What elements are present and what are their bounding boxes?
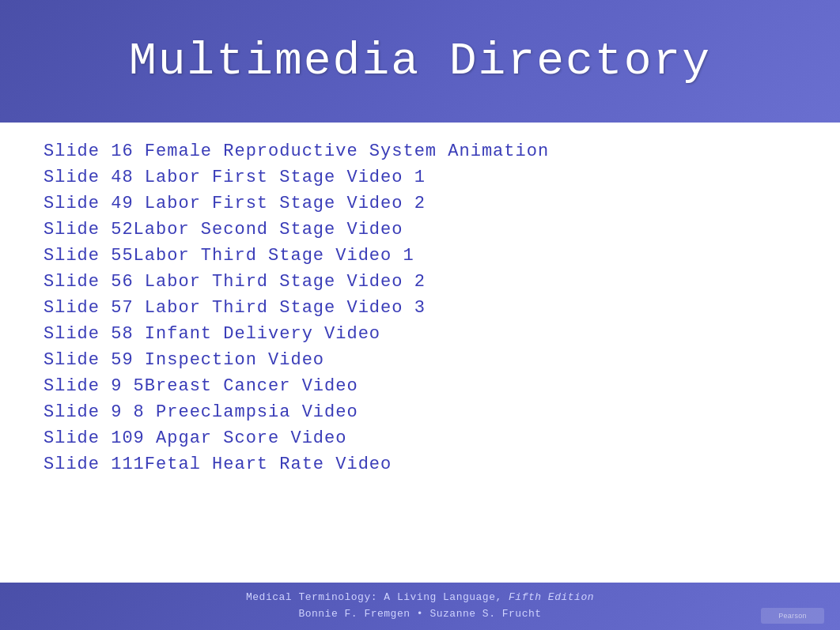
main-content: Slide 16 Female Reproductive System Anim… xyxy=(0,123,840,583)
slide-link-slide-111[interactable]: Slide 111Fetal Heart Rate Video xyxy=(44,455,796,474)
list-item: Slide 109 Apgar Score Video xyxy=(44,425,796,451)
slide-link-slide-57[interactable]: Slide 57 Labor Third Stage Video 3 xyxy=(44,298,796,318)
footer-logo-text: Pearson xyxy=(778,612,807,620)
slide-link-slide-58[interactable]: Slide 58 Infant Delivery Video xyxy=(44,324,796,344)
list-item: Slide 9 8 Preeclampsia Video xyxy=(44,399,796,425)
list-item: Slide 58 Infant Delivery Video xyxy=(44,321,796,347)
footer-logo: Pearson xyxy=(761,608,824,624)
slide-link-slide-95[interactable]: Slide 9 5Breast Cancer Video xyxy=(44,376,796,396)
slide-link-slide-48[interactable]: Slide 48 Labor First Stage Video 1 xyxy=(44,168,796,187)
list-item: Slide 56 Labor Third Stage Video 2 xyxy=(44,269,796,295)
slide-link-slide-52[interactable]: Slide 52Labor Second Stage Video xyxy=(44,220,796,240)
list-item: Slide 55Labor Third Stage Video 1 xyxy=(44,243,796,269)
list-item: Slide 49 Labor First Stage Video 2 xyxy=(44,191,796,217)
page-footer: Medical Terminology: A Living Language, … xyxy=(0,583,840,630)
slide-link-slide-16[interactable]: Slide 16 Female Reproductive System Anim… xyxy=(44,141,796,161)
slide-link-slide-55[interactable]: Slide 55Labor Third Stage Video 1 xyxy=(44,246,796,266)
list-item: Slide 59 Inspection Video xyxy=(44,347,796,373)
slide-link-slide-98[interactable]: Slide 9 8 Preeclampsia Video xyxy=(44,402,796,422)
list-item: Slide 52Labor Second Stage Video xyxy=(44,217,796,243)
page-title: Multimedia Directory xyxy=(129,36,711,87)
slide-link-slide-109[interactable]: Slide 109 Apgar Score Video xyxy=(44,428,796,448)
list-item: Slide 9 5Breast Cancer Video xyxy=(44,373,796,399)
page-header: Multimedia Directory xyxy=(0,0,840,123)
footer-line2: Bonnie F. Fremgen • Suzanne S. Frucht xyxy=(298,608,541,620)
list-item: Slide 57 Labor Third Stage Video 3 xyxy=(44,295,796,321)
footer-text: Medical Terminology: A Living Language, … xyxy=(246,590,594,623)
slide-link-slide-56[interactable]: Slide 56 Labor Third Stage Video 2 xyxy=(44,272,796,292)
list-item: Slide 16 Female Reproductive System Anim… xyxy=(44,138,796,164)
footer-line1: Medical Terminology: A Living Language, … xyxy=(246,591,594,603)
list-item: Slide 111Fetal Heart Rate Video xyxy=(44,451,796,477)
slide-link-slide-59[interactable]: Slide 59 Inspection Video xyxy=(44,350,796,370)
list-item: Slide 48 Labor First Stage Video 1 xyxy=(44,164,796,191)
slide-list: Slide 16 Female Reproductive System Anim… xyxy=(44,138,796,477)
slide-link-slide-49[interactable]: Slide 49 Labor First Stage Video 2 xyxy=(44,194,796,213)
